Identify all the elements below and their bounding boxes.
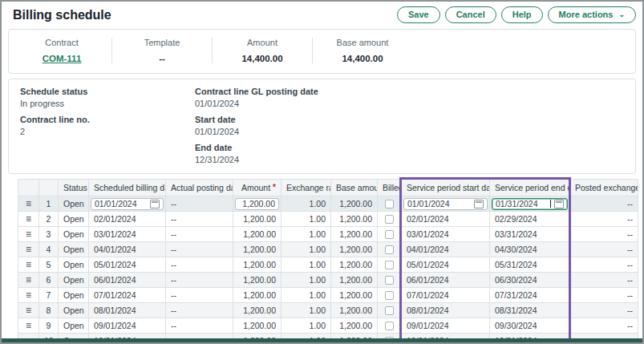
col-status: Status [59, 180, 89, 196]
cell-row-number: 4 [39, 242, 59, 257]
table-row: ≡3Open03/01/2024--1,200.001.001,200.0003… [18, 227, 638, 242]
contract-link[interactable]: COM-111 [43, 54, 82, 63]
cell-exchange-rate: 1.00 [281, 212, 331, 227]
cell-status: Open [59, 227, 89, 242]
cell-scheduled-billing-date: 01/01/2024 [89, 196, 166, 212]
drag-handle-icon[interactable]: ≡ [26, 244, 31, 255]
billed-checkbox[interactable] [385, 306, 394, 315]
cell-drag-handle: ≡ [18, 212, 39, 227]
billed-checkbox[interactable] [385, 230, 394, 239]
cell-status: Open [59, 242, 89, 257]
amount-input[interactable]: 1,200.00 [235, 198, 279, 210]
cell-drag-handle: ≡ [18, 288, 39, 303]
billed-checkbox[interactable] [385, 322, 394, 330]
cell-base-amount: 1,200.00 [331, 288, 378, 303]
cell-base-amount: 1,200.00 [331, 303, 378, 318]
schedule-status-value: In progress [20, 99, 195, 108]
cell-exchange-rate: 1.00 [281, 318, 331, 334]
cell-actual-posting-date: -- [166, 196, 233, 212]
cell-row-number: 9 [39, 318, 59, 334]
cell-amount: 1,200.00 [233, 212, 281, 227]
more-actions-button[interactable]: More actions⌄ [548, 6, 636, 23]
col-exchange-rate: Exchange rate [281, 180, 331, 196]
table-row: ≡1Open01/01/2024--1,200.001.001,200.0001… [18, 196, 638, 212]
cell-service-period-start-date: 06/01/2024 [402, 273, 490, 288]
cell-actual-posting-date: -- [166, 303, 233, 318]
cell-amount: 1,200.00 [233, 318, 281, 334]
billed-checkbox[interactable] [385, 291, 394, 300]
col-posted-exchange-rate: Posted exchange rate [570, 180, 638, 196]
service-period-start-input[interactable]: 01/01/2024 [403, 198, 488, 210]
cell-service-period-end-date: 05/31/2024 [490, 257, 570, 273]
save-button[interactable]: Save [397, 6, 440, 23]
cell-exchange-rate: 1.00 [281, 242, 331, 257]
cell-drag-handle: ≡ [18, 303, 39, 318]
col-actual-posting-date: Actual posting date [166, 180, 233, 196]
cell-posted-exchange-rate: -- [570, 227, 638, 242]
base-amount-value: 14,400.00 [318, 54, 407, 63]
schedule-status-label: Schedule status [20, 87, 195, 96]
billed-checkbox[interactable] [385, 276, 394, 285]
cell-row-number: 6 [39, 273, 59, 288]
summary-amount: Amount 14,400.00 [212, 38, 312, 63]
col-row-number [39, 180, 59, 196]
cancel-button[interactable]: Cancel [445, 6, 496, 23]
scheduled-billing-date-input[interactable]: 01/01/2024 [91, 198, 164, 210]
cell-service-period-start-date: 02/01/2024 [402, 212, 490, 227]
table-row: ≡4Open04/01/2024--1,200.001.001,200.0004… [18, 242, 638, 257]
cell-status: Open [59, 212, 89, 227]
drag-handle-icon[interactable]: ≡ [26, 259, 31, 270]
calendar-icon[interactable] [150, 200, 160, 208]
drag-handle-icon[interactable]: ≡ [26, 198, 31, 209]
cell-exchange-rate: 1.00 [281, 288, 331, 303]
gl-posting-date-label: Contract line GL posting date [195, 87, 370, 96]
start-date-label: Start date [195, 115, 370, 124]
calendar-icon[interactable] [554, 200, 564, 208]
help-button[interactable]: Help [501, 6, 543, 23]
service-period-end-input[interactable]: 01/31/2024 [492, 198, 568, 210]
calendar-icon[interactable] [474, 200, 484, 208]
cell-exchange-rate: 1.00 [281, 257, 331, 273]
cell-base-amount: 1,200.00 [331, 196, 378, 212]
cell-service-period-start-date: 01/01/2024 [402, 196, 490, 212]
drag-handle-icon[interactable]: ≡ [26, 289, 31, 301]
table-row: ≡2Open02/01/2024--1,200.001.001,200.0002… [18, 212, 638, 227]
cell-drag-handle: ≡ [18, 318, 39, 334]
drag-handle-icon[interactable]: ≡ [26, 320, 31, 331]
cell-posted-exchange-rate: -- [570, 196, 638, 212]
cell-billed [378, 196, 402, 212]
cell-scheduled-billing-date: 08/01/2024 [89, 303, 166, 318]
contract-line-no-value: 2 [20, 127, 195, 136]
col-base-amount: Base amount [331, 180, 378, 196]
billed-checkbox[interactable] [385, 200, 394, 208]
cell-status: Open [59, 257, 89, 273]
chevron-down-icon: ⌄ [618, 7, 625, 22]
details-left-column: Schedule status In progress Contract lin… [20, 87, 195, 171]
col-service-period-end-date: Service period end date [490, 180, 570, 196]
cell-amount: 1,200.00 [233, 242, 281, 257]
drag-handle-icon[interactable]: ≡ [26, 274, 31, 285]
gl-posting-date-value: 01/01/2024 [195, 99, 370, 108]
cell-status: Open [59, 196, 89, 212]
cell-service-period-end-date: 04/30/2024 [490, 242, 570, 257]
billed-checkbox[interactable] [385, 261, 394, 269]
cell-scheduled-billing-date: 04/01/2024 [89, 242, 166, 257]
drag-handle-icon[interactable]: ≡ [26, 213, 31, 225]
header-row: StatusScheduled billing date*Actual post… [18, 180, 638, 196]
cell-amount: 1,200.00 [233, 288, 281, 303]
cell-actual-posting-date: -- [166, 318, 233, 334]
start-date-value: 01/01/2024 [195, 127, 370, 136]
billed-checkbox[interactable] [385, 245, 394, 254]
cell-status: Open [59, 288, 89, 303]
cell-billed [378, 242, 402, 257]
drag-handle-icon[interactable]: ≡ [26, 229, 31, 240]
toolbar: Save Cancel Help More actions⌄ [397, 6, 636, 23]
cell-scheduled-billing-date: 03/01/2024 [89, 227, 166, 242]
drag-handle-icon[interactable]: ≡ [26, 305, 31, 316]
cell-actual-posting-date: -- [166, 227, 233, 242]
cell-posted-exchange-rate: -- [570, 273, 638, 288]
cell-drag-handle: ≡ [18, 227, 39, 242]
cell-service-period-start-date: 07/01/2024 [402, 288, 490, 303]
cell-drag-handle: ≡ [18, 196, 39, 212]
billed-checkbox[interactable] [385, 215, 394, 224]
